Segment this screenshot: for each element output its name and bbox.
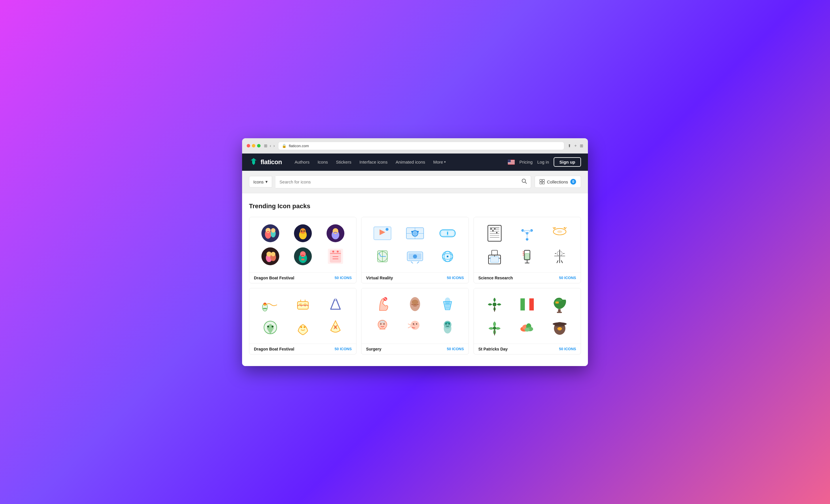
icon-pack-footer: Dragon Boat Festival 50 ICONS: [249, 344, 356, 354]
icon-cell: [511, 245, 544, 268]
icon-pack-footer: Surgery 50 ICONS: [361, 344, 468, 354]
icon-cell: [286, 222, 319, 245]
icon-pack-card[interactable]: Virtual Reality 50 ICONS: [361, 217, 469, 283]
svg-rect-103: [525, 254, 530, 259]
icon-pack-footer: Science Research 50 ICONS: [474, 272, 581, 283]
svg-rect-148: [380, 321, 384, 323]
tabs-icon[interactable]: ⊞: [580, 143, 583, 148]
icon-cell: [544, 245, 576, 268]
icon-pack-footer: St Patricks Day 50 ICONS: [474, 344, 581, 354]
svg-rect-94: [554, 227, 556, 228]
nav-animated-icons[interactable]: Animated icons: [392, 157, 429, 167]
svg-point-26: [332, 228, 338, 234]
icon-pack-preview: [361, 288, 468, 344]
svg-point-179: [553, 322, 567, 326]
svg-point-161: [493, 302, 497, 306]
browser-toolbar-right: ⬆ ＋ ⊞: [568, 143, 583, 148]
svg-line-124: [330, 300, 334, 309]
signup-button[interactable]: Sign up: [554, 157, 581, 167]
pack-count: 50 ICONS: [447, 347, 464, 351]
icon-cell: [432, 316, 464, 339]
svg-line-113: [562, 260, 563, 263]
svg-point-45: [386, 228, 388, 231]
icon-cell: [366, 245, 398, 268]
maximize-button[interactable]: [257, 144, 260, 147]
svg-point-170: [493, 326, 496, 330]
close-button[interactable]: [247, 144, 250, 147]
svg-point-131: [300, 326, 302, 328]
search-type-selector[interactable]: Icons ▾: [249, 176, 272, 188]
svg-rect-164: [520, 298, 525, 310]
icon-cell: [286, 245, 319, 268]
traffic-lights: [247, 144, 260, 147]
svg-point-129: [267, 326, 269, 328]
icon-cell: [544, 316, 576, 339]
svg-point-155: [416, 323, 417, 324]
pack-name: Science Research: [478, 276, 513, 280]
new-tab-icon[interactable]: ＋: [574, 143, 578, 148]
icon-cell: [478, 245, 511, 268]
login-link[interactable]: Log in: [537, 160, 549, 164]
share-icon[interactable]: ⬆: [568, 143, 571, 148]
icon-cell: [478, 222, 511, 245]
nav-more[interactable]: More: [430, 157, 449, 167]
svg-rect-6: [508, 164, 515, 164]
icon-pack-preview: [474, 288, 581, 344]
address-bar[interactable]: 🔒 flaticon.com: [278, 142, 564, 150]
svg-point-16: [265, 228, 270, 233]
search-icon-button[interactable]: [522, 178, 527, 185]
icon-pack-card[interactable]: Dragon Boat Festival 50 ICONS: [249, 288, 356, 355]
svg-rect-118: [263, 308, 266, 309]
svg-point-40: [337, 250, 339, 253]
logo[interactable]: flaticon: [249, 158, 282, 167]
icon-cell: [254, 316, 286, 339]
svg-rect-12: [540, 182, 542, 184]
svg-rect-55: [448, 231, 454, 236]
svg-rect-98: [492, 250, 498, 255]
icon-pack-card[interactable]: St Patricks Day 50 ICONS: [474, 288, 581, 355]
search-input[interactable]: [280, 179, 519, 184]
lock-icon: 🔒: [282, 144, 286, 148]
svg-line-125: [336, 300, 340, 309]
sidebar-icon[interactable]: ⊞: [264, 143, 267, 148]
pack-name: St Patricks Day: [478, 347, 508, 351]
icon-pack-card[interactable]: Dragon Boat Festival 50 ICONS: [249, 217, 356, 283]
pack-name: Dragon Boat Festival: [254, 347, 294, 351]
svg-rect-119: [297, 302, 308, 309]
icon-cell: [432, 222, 464, 245]
pack-count: 50 ICONS: [447, 276, 464, 280]
icon-cell: [398, 222, 431, 245]
nav-authors[interactable]: Authors: [291, 157, 313, 167]
icon-pack-card[interactable]: Surgery 50 ICONS: [361, 288, 469, 355]
icon-pack-card[interactable]: Science Research 50 ICONS: [474, 217, 581, 283]
language-flag[interactable]: [508, 160, 515, 165]
pack-count: 50 ICONS: [559, 347, 576, 351]
nav-interface-icons[interactable]: Interface icons: [356, 157, 391, 167]
search-type-label: Icons: [253, 179, 264, 184]
icon-cell: [478, 293, 511, 316]
icon-cell: [366, 293, 398, 316]
collections-button[interactable]: Collections 0: [535, 176, 581, 188]
main-content: Trending Icon packs: [242, 193, 588, 366]
icon-cell: [319, 222, 352, 245]
svg-line-153: [408, 326, 411, 328]
minimize-button[interactable]: [252, 144, 255, 147]
forward-icon[interactable]: ›: [274, 143, 275, 148]
svg-point-147: [383, 323, 384, 324]
nav-right: Pricing Log in Sign up: [508, 157, 581, 167]
icon-cell: [286, 293, 319, 316]
svg-point-130: [272, 326, 274, 328]
svg-point-79: [492, 230, 493, 231]
svg-rect-56: [447, 232, 448, 234]
svg-rect-7: [508, 160, 511, 162]
svg-rect-166: [530, 298, 534, 310]
nav-stickers[interactable]: Stickers: [332, 157, 355, 167]
back-icon[interactable]: ‹: [270, 143, 271, 148]
pricing-link[interactable]: Pricing: [519, 160, 533, 164]
svg-point-51: [411, 231, 413, 232]
icon-cell: [319, 293, 352, 316]
icon-cell: [398, 316, 431, 339]
svg-point-154: [413, 323, 414, 324]
svg-point-70: [447, 256, 448, 257]
nav-icons[interactable]: Icons: [314, 157, 331, 167]
